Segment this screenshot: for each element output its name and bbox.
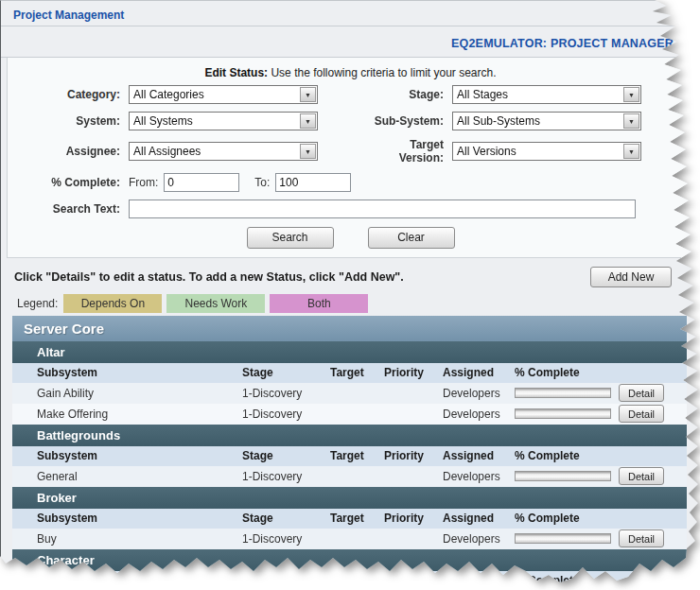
stage-cell: 1-Discovery [242, 408, 330, 421]
search-panel: Edit Status: Use the following criteria … [7, 58, 694, 258]
instructions-text: Click "Details" to edit a status. To add… [14, 270, 404, 284]
dropdown-arrow-icon[interactable]: ▼ [623, 113, 639, 129]
column-header: Stage [242, 574, 330, 587]
edit-status-text: Use the following criteria to limit your… [271, 66, 496, 79]
search-text-input[interactable] [129, 200, 636, 218]
column-header: Assigned [443, 512, 515, 525]
column-header-row: SubsystemStageTargetPriorityAssigned% Co… [12, 446, 687, 466]
status-table: Server Core AltarSubsystemStageTargetPri… [12, 316, 687, 590]
category-header: Altar [12, 341, 687, 363]
table-row: General1-DiscoveryDevelopersDetail [12, 466, 687, 487]
category-label: Category: [8, 88, 129, 101]
column-header: Subsystem [37, 512, 242, 525]
assigned-cell: Developers [443, 408, 515, 421]
legend-both: Both [270, 294, 368, 313]
assignee-select-value: All Assignees [130, 145, 299, 158]
column-header: Subsystem [37, 574, 242, 587]
column-header: Target [330, 512, 384, 525]
breadcrumb: Project Management [1, 1, 700, 26]
column-header: Assigned [443, 574, 515, 587]
pct-complete-cell [515, 408, 619, 419]
assigned-cell: Developers [443, 532, 515, 546]
column-header: Stage [242, 366, 330, 379]
column-header: Subsystem [37, 366, 242, 379]
add-new-button[interactable]: Add New [590, 267, 672, 287]
stage-cell: 1-Discovery [242, 470, 330, 483]
column-header: Priority [384, 512, 443, 525]
column-header: Assigned [443, 449, 515, 462]
system-label: System: [8, 114, 129, 128]
column-header: % Complete [515, 512, 619, 525]
app-header-title: EQ2EMULATOR: PROJECT MANAGER [451, 37, 674, 50]
column-header: Subsystem [37, 449, 242, 462]
dropdown-arrow-icon[interactable]: ▼ [300, 87, 316, 102]
pct-from-input[interactable] [164, 173, 239, 192]
system-select-value: All Systems [130, 114, 299, 128]
search-button[interactable]: Search [247, 227, 334, 249]
target-version-label: Target Version: [327, 138, 452, 165]
target-version-select-value: All Versions [453, 145, 622, 158]
column-header-row: SubsystemStageTargetPriorityAssigned% Co… [12, 363, 687, 383]
pct-complete-cell [515, 471, 619, 481]
edit-status-label: Edit Status: [204, 66, 268, 79]
to-label: To: [254, 176, 270, 189]
category-select-value: All Categories [130, 88, 299, 101]
assignee-select[interactable]: All Assignees ▼ [129, 142, 318, 161]
subsystem-select[interactable]: All Sub-Systems ▼ [452, 112, 641, 130]
stage-select[interactable]: All Stages ▼ [452, 85, 641, 104]
dropdown-arrow-icon[interactable]: ▼ [300, 113, 316, 129]
progress-bar [515, 471, 611, 481]
column-header: Stage [242, 449, 330, 462]
stage-cell: 1-Discovery [242, 532, 330, 546]
column-header: Priority [384, 366, 443, 379]
app-header-bar: EQ2EMULATOR: PROJECT MANAGER [1, 26, 700, 58]
category-header: Battlegrounds [12, 425, 687, 446]
subsystem-cell: Buy [37, 532, 242, 546]
column-header: Assigned [443, 366, 515, 379]
column-header: Target [330, 449, 384, 462]
column-header-row: SubsystemStageTargetPriorityAssigned% Co… [12, 509, 687, 529]
page-title: Project Management [13, 9, 124, 22]
column-header-row: SubsystemStageTargetPriorityAssigned% Co… [12, 571, 687, 590]
detail-button[interactable]: Detail [619, 384, 664, 402]
column-header: % Complete [515, 366, 619, 379]
column-header: Priority [384, 574, 443, 587]
target-version-select[interactable]: All Versions ▼ [452, 142, 641, 161]
subsystem-label: Sub-System: [327, 114, 452, 128]
detail-button[interactable]: Detail [619, 467, 664, 485]
subsystem-select-value: All Sub-Systems [453, 114, 622, 128]
legend-label: Legend: [17, 297, 58, 310]
category-header: Broker [12, 487, 687, 509]
detail-button[interactable]: Detail [619, 405, 664, 423]
stage-label: Stage: [327, 88, 452, 101]
column-header: Target [330, 574, 384, 587]
detail-cell: Detail [619, 405, 687, 423]
category-header: Character [12, 549, 687, 571]
legend: Legend: Depends On Needs Work Both [17, 294, 700, 313]
pct-complete-label: % Complete: [8, 176, 129, 189]
column-header: Priority [384, 449, 443, 462]
dropdown-arrow-icon[interactable]: ▼ [623, 87, 639, 102]
assigned-cell: Developers [443, 470, 515, 483]
category-select[interactable]: All Categories ▼ [129, 85, 318, 104]
legend-needs-work: Needs Work [166, 294, 265, 313]
subsystem-cell: Gain Ability [37, 387, 242, 400]
stage-select-value: All Stages [453, 88, 622, 101]
dropdown-arrow-icon[interactable]: ▼ [300, 144, 316, 159]
dropdown-arrow-icon[interactable]: ▼ [623, 144, 639, 159]
pct-to-input[interactable] [275, 173, 351, 192]
clear-button[interactable]: Clear [368, 227, 455, 249]
table-title: Server Core [12, 316, 687, 341]
stage-cell: 1-Discovery [242, 387, 330, 400]
detail-button[interactable]: Detail [619, 529, 664, 547]
table-row: Gain Ability1-DiscoveryDevelopersDetail [12, 383, 687, 404]
column-header: Stage [242, 512, 330, 525]
legend-depends-on: Depends On [63, 294, 162, 313]
subsystem-cell: General [37, 470, 242, 483]
table-row: Buy1-DiscoveryDevelopersDetail [12, 529, 687, 549]
system-select[interactable]: All Systems ▼ [129, 112, 318, 130]
column-header: % Complete [515, 574, 619, 587]
search-text-label: Search Text: [8, 202, 129, 216]
from-label: From: [129, 176, 158, 189]
assigned-cell: Developers [443, 387, 515, 400]
